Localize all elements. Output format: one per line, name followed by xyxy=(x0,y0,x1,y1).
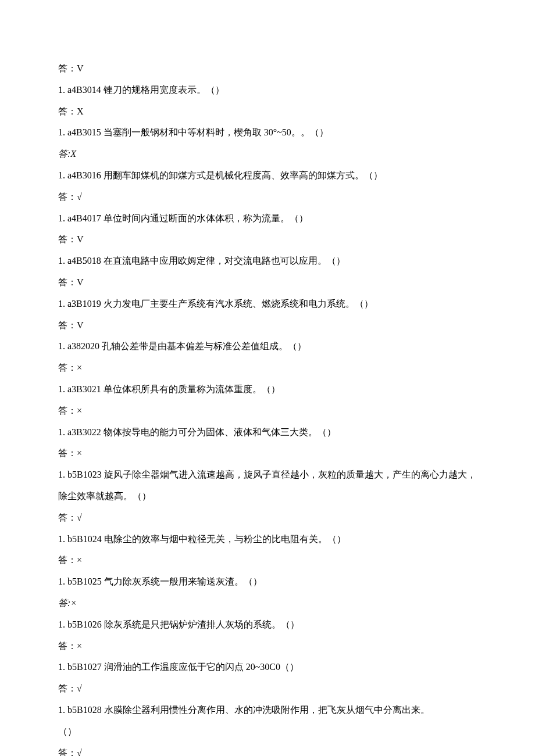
text-line: 答：√ xyxy=(58,507,477,529)
text-line: 1. a3B1019 火力发电厂主要生产系统有汽水系统、燃烧系统和电力系统。（） xyxy=(58,293,477,315)
text-line: 1. a4B4017 单位时间内通过断面的水体体积，称为流量。（） xyxy=(58,208,477,230)
text-line: 1. a4B3015 当塞削一般钢材和中等材料时，楔角取 30°~50。。（） xyxy=(58,122,477,144)
text-line: 答：× xyxy=(58,400,477,422)
text-line: 答:X xyxy=(58,144,477,165)
text-line: 1. a382020 孔轴公差带是由基本偏差与标准公差值组成。（） xyxy=(58,336,477,357)
text-line: 1. b5B1028 水膜除尘器利用惯性分离作用、水的冲洗吸附作用，把飞灰从烟气… xyxy=(58,700,477,743)
text-line: 1. b5B1024 电除尘的效率与烟中粒径无关，与粉尘的比电阻有关。（） xyxy=(58,529,477,550)
text-line: 答:× xyxy=(58,593,477,614)
text-line: 1. b5B1027 润滑油的工作温度应低于它的闪点 20~30C0（） xyxy=(58,657,477,678)
text-line: 1. b5B1023 旋风子除尘器烟气进入流速越高，旋风子直径越小，灰粒的质量越… xyxy=(58,464,477,507)
text-line: 答：× xyxy=(58,443,477,464)
text-line: 答：√ xyxy=(58,187,477,208)
text-line: 答：V xyxy=(58,272,477,293)
text-line: 答：V xyxy=(58,315,477,336)
text-line: 答：√ xyxy=(58,743,477,757)
text-line: 1. a4B5018 在直流电路中应用欧姆定律，对交流电路也可以应用。（） xyxy=(58,250,477,272)
text-line: 答：× xyxy=(58,636,477,657)
text-line: 1. a3B3022 物体按导电的能力可分为固体、液体和气体三大类。（） xyxy=(58,422,477,443)
text-line: 答：× xyxy=(58,550,477,571)
text-line: 答：X xyxy=(58,101,477,123)
text-line: 答：V xyxy=(58,58,477,80)
text-line: 答：V xyxy=(58,229,477,250)
text-line: 1. a4B3014 锉刀的规格用宽度表示。（） xyxy=(58,80,477,101)
text-line: 答：√ xyxy=(58,678,477,700)
text-line: 1. b5B1025 气力除灰系统一般用来输送灰渣。（） xyxy=(58,571,477,593)
text-line: 1. a4B3016 用翻车卸煤机的卸煤方式是机械化程度高、效率高的卸煤方式。（… xyxy=(58,165,477,187)
text-line: 1. a3B3021 单位体积所具有的质量称为流体重度。（） xyxy=(58,379,477,400)
text-line: 答：× xyxy=(58,357,477,379)
text-line: 1. b5B1026 除灰系统是只把锅炉炉渣排人灰场的系统。（） xyxy=(58,614,477,636)
